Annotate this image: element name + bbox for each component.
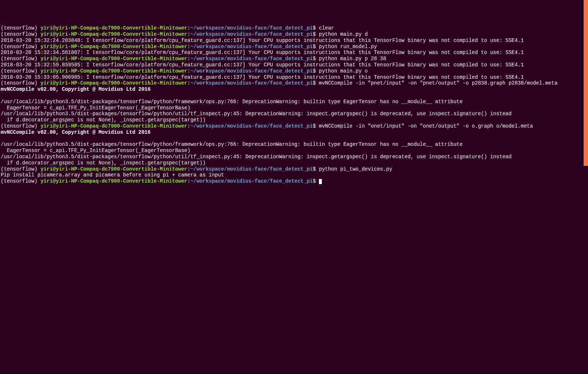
output-line: /usr/local/lib/python3.5/dist-packages/t… bbox=[1, 111, 587, 117]
output-line: if d.decorator_argspec is not None), _in… bbox=[1, 160, 587, 166]
terminal-line: (tensorflow) yiri@yiri-HP-Compaq-dc7900-… bbox=[1, 56, 587, 62]
prompt-colon: : bbox=[187, 123, 190, 129]
output-line: if d.decorator_argspec is not None), _in… bbox=[1, 117, 587, 123]
prompt-path: ~/workspace/movidius-face/face_detect_pi bbox=[190, 56, 313, 62]
prompt-path: ~/workspace/movidius-face/face_detect_pi bbox=[190, 25, 313, 31]
prompt-dollar: $ bbox=[313, 25, 319, 31]
prompt-path: ~/workspace/movidius-face/face_detect_pi bbox=[190, 31, 313, 37]
prompt-userhost: yiri@yiri-HP-Compaq-dc7900-Convertible-M… bbox=[40, 31, 187, 37]
command-text: python main.py o bbox=[319, 68, 368, 74]
output-line: 2018-03-20 15:32:59.859585: I tensorflow… bbox=[1, 62, 587, 68]
command-text: python main.py d bbox=[319, 31, 368, 37]
terminal-line: (tensorflow) yiri@yiri-HP-Compaq-dc7900-… bbox=[1, 31, 587, 38]
output-line: /usr/local/lib/python3.5/dist-packages/t… bbox=[1, 141, 587, 148]
terminal-line: (tensorflow) yiri@yiri-HP-Compaq-dc7900-… bbox=[1, 44, 587, 50]
prompt-userhost: yiri@yiri-HP-Compaq-dc7900-Convertible-M… bbox=[40, 178, 187, 184]
output-line: EagerTensor = c_api.TFE_Py_InitEagerTens… bbox=[1, 148, 587, 154]
prompt-colon: : bbox=[187, 56, 190, 62]
output-line: 2018-03-20 15:33:05.906985: I tensorflow… bbox=[1, 74, 587, 81]
prompt-dollar: $ bbox=[313, 31, 319, 37]
command-text: mvNCCompile -in "onet/input" -on "onet/o… bbox=[319, 123, 533, 129]
output-line: Pip install picamera.array and picamera … bbox=[1, 172, 587, 178]
prompt-dollar: $ bbox=[313, 178, 319, 184]
command-text: python main.py p 28 38 bbox=[319, 56, 386, 62]
prompt-path: ~/workspace/movidius-face/face_detect_pi bbox=[190, 123, 313, 129]
terminal-line: (tensorflow) yiri@yiri-HP-Compaq-dc7900-… bbox=[1, 25, 587, 31]
command-text: mvNCCompile -in "pnet/input" -on "pnet/o… bbox=[319, 80, 557, 86]
prompt-path: ~/workspace/movidius-face/face_detect_pi bbox=[190, 178, 313, 184]
prompt-dollar: $ bbox=[313, 68, 319, 74]
prompt-env: (tensorflow) bbox=[1, 166, 40, 172]
prompt-dollar: $ bbox=[313, 166, 319, 172]
output-line: /usr/local/lib/python3.5/dist-packages/t… bbox=[1, 154, 587, 160]
prompt-dollar: $ bbox=[313, 123, 319, 129]
output-blank-line bbox=[1, 93, 587, 99]
output-line-bold: mvNCCompile v02.00, Copyright @ Movidius… bbox=[1, 86, 587, 93]
output-blank-line bbox=[1, 136, 587, 142]
terminal-line: (tensorflow) yiri@yiri-HP-Compaq-dc7900-… bbox=[1, 68, 587, 74]
prompt-env: (tensorflow) bbox=[1, 44, 40, 50]
command-text: python run_model.py bbox=[319, 44, 377, 50]
terminal-line: (tensorflow) yiri@yiri-HP-Compaq-dc7900-… bbox=[1, 166, 587, 172]
output-line-bold: mvNCCompile v02.00, Copyright @ Movidius… bbox=[1, 129, 587, 136]
prompt-path: ~/workspace/movidius-face/face_detect_pi bbox=[190, 68, 313, 74]
terminal-output[interactable]: (tensorflow) yiri@yiri-HP-Compaq-dc7900-… bbox=[1, 25, 587, 374]
terminal-line: (tensorflow) yiri@yiri-HP-Compaq-dc7900-… bbox=[1, 80, 587, 86]
prompt-userhost: yiri@yiri-HP-Compaq-dc7900-Convertible-M… bbox=[40, 68, 187, 74]
prompt-colon: : bbox=[187, 31, 190, 37]
output-line: 2018-03-20 15:32:34.561807: I tensorflow… bbox=[1, 50, 587, 56]
prompt-userhost: yiri@yiri-HP-Compaq-dc7900-Convertible-M… bbox=[40, 25, 187, 31]
prompt-env: (tensorflow) bbox=[1, 68, 40, 74]
prompt-userhost: yiri@yiri-HP-Compaq-dc7900-Convertible-M… bbox=[40, 123, 187, 129]
prompt-colon: : bbox=[187, 68, 190, 74]
prompt-colon: : bbox=[187, 178, 190, 184]
scrollbar[interactable] bbox=[584, 0, 588, 166]
output-line: /usr/local/lib/python3.5/dist-packages/t… bbox=[1, 99, 587, 105]
command-text: python pi_two_devices.py bbox=[319, 166, 392, 172]
command-text: clear bbox=[319, 25, 334, 31]
output-line: 2018-03-20 15:32:24.203848: I tensorflow… bbox=[1, 38, 587, 44]
prompt-env: (tensorflow) bbox=[1, 56, 40, 62]
prompt-dollar: $ bbox=[313, 56, 319, 62]
prompt-colon: : bbox=[187, 80, 190, 86]
prompt-env: (tensorflow) bbox=[1, 25, 40, 31]
prompt-env: (tensorflow) bbox=[1, 80, 40, 86]
prompt-userhost: yiri@yiri-HP-Compaq-dc7900-Convertible-M… bbox=[40, 166, 187, 172]
prompt-userhost: yiri@yiri-HP-Compaq-dc7900-Convertible-M… bbox=[40, 56, 187, 62]
prompt-dollar: $ bbox=[313, 80, 319, 86]
prompt-path: ~/workspace/movidius-face/face_detect_pi bbox=[190, 80, 313, 86]
prompt-colon: : bbox=[187, 166, 190, 172]
prompt-colon: : bbox=[187, 44, 190, 50]
prompt-userhost: yiri@yiri-HP-Compaq-dc7900-Convertible-M… bbox=[40, 80, 187, 86]
cursor bbox=[319, 179, 322, 184]
prompt-env: (tensorflow) bbox=[1, 31, 40, 37]
output-line: EagerTensor = c_api.TFE_Py_InitEagerTens… bbox=[1, 105, 587, 111]
prompt-path: ~/workspace/movidius-face/face_detect_pi bbox=[190, 166, 313, 172]
prompt-dollar: $ bbox=[313, 44, 319, 50]
prompt-env: (tensorflow) bbox=[1, 178, 40, 184]
prompt-userhost: yiri@yiri-HP-Compaq-dc7900-Convertible-M… bbox=[40, 44, 187, 50]
prompt-path: ~/workspace/movidius-face/face_detect_pi bbox=[190, 44, 313, 50]
prompt-env: (tensorflow) bbox=[1, 123, 40, 129]
terminal-line: (tensorflow) yiri@yiri-HP-Compaq-dc7900-… bbox=[1, 123, 587, 129]
terminal-line-active[interactable]: (tensorflow) yiri@yiri-HP-Compaq-dc7900-… bbox=[1, 178, 587, 184]
prompt-colon: : bbox=[187, 25, 190, 31]
